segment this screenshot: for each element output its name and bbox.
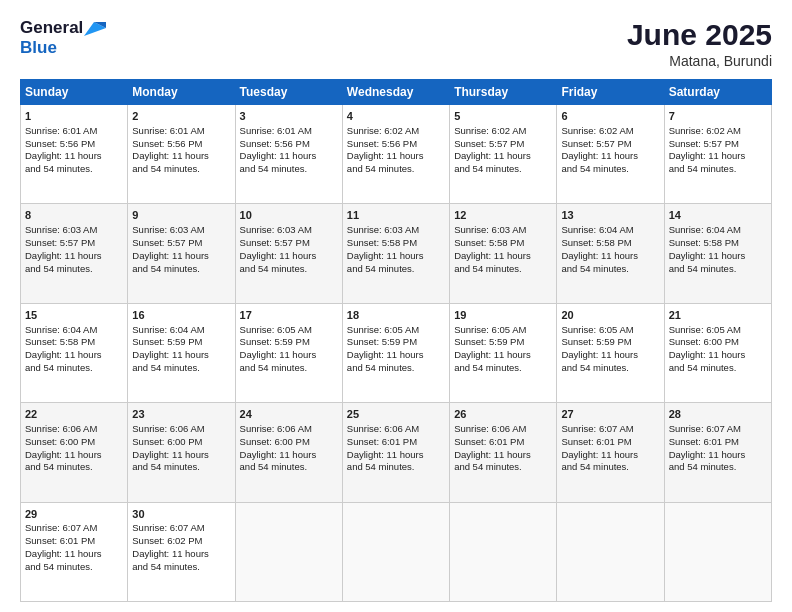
weekday-header-sunday: Sunday (21, 80, 128, 105)
calendar-cell: 29Sunrise: 6:07 AMSunset: 6:01 PMDayligh… (21, 502, 128, 601)
calendar-cell: 17Sunrise: 6:05 AMSunset: 5:59 PMDayligh… (235, 303, 342, 402)
day-number: 22 (25, 407, 123, 422)
day-number: 6 (561, 109, 659, 124)
location-subtitle: Matana, Burundi (627, 53, 772, 69)
calendar-cell: 9Sunrise: 6:03 AMSunset: 5:57 PMDaylight… (128, 204, 235, 303)
weekday-header-wednesday: Wednesday (342, 80, 449, 105)
calendar-cell (342, 502, 449, 601)
day-number: 12 (454, 208, 552, 223)
day-number: 21 (669, 308, 767, 323)
logo: General Blue (20, 18, 106, 58)
calendar-cell: 14Sunrise: 6:04 AMSunset: 5:58 PMDayligh… (664, 204, 771, 303)
calendar-cell: 7Sunrise: 6:02 AMSunset: 5:57 PMDaylight… (664, 105, 771, 204)
calendar-body: 1Sunrise: 6:01 AMSunset: 5:56 PMDaylight… (21, 105, 772, 602)
calendar-cell: 27Sunrise: 6:07 AMSunset: 6:01 PMDayligh… (557, 403, 664, 502)
calendar-cell: 5Sunrise: 6:02 AMSunset: 5:57 PMDaylight… (450, 105, 557, 204)
day-number: 14 (669, 208, 767, 223)
day-number: 8 (25, 208, 123, 223)
calendar-cell: 30Sunrise: 6:07 AMSunset: 6:02 PMDayligh… (128, 502, 235, 601)
day-number: 19 (454, 308, 552, 323)
day-number: 29 (25, 507, 123, 522)
weekday-header-tuesday: Tuesday (235, 80, 342, 105)
calendar-cell: 22Sunrise: 6:06 AMSunset: 6:00 PMDayligh… (21, 403, 128, 502)
calendar-cell: 13Sunrise: 6:04 AMSunset: 5:58 PMDayligh… (557, 204, 664, 303)
day-number: 3 (240, 109, 338, 124)
day-number: 20 (561, 308, 659, 323)
calendar-cell: 3Sunrise: 6:01 AMSunset: 5:56 PMDaylight… (235, 105, 342, 204)
calendar-cell (235, 502, 342, 601)
calendar-cell (664, 502, 771, 601)
day-number: 7 (669, 109, 767, 124)
day-number: 11 (347, 208, 445, 223)
day-number: 15 (25, 308, 123, 323)
day-number: 30 (132, 507, 230, 522)
day-number: 28 (669, 407, 767, 422)
calendar-cell: 24Sunrise: 6:06 AMSunset: 6:00 PMDayligh… (235, 403, 342, 502)
logo-text-blue: Blue (20, 38, 57, 57)
day-number: 25 (347, 407, 445, 422)
calendar-cell: 18Sunrise: 6:05 AMSunset: 5:59 PMDayligh… (342, 303, 449, 402)
weekday-header-friday: Friday (557, 80, 664, 105)
calendar-cell: 1Sunrise: 6:01 AMSunset: 5:56 PMDaylight… (21, 105, 128, 204)
day-number: 27 (561, 407, 659, 422)
calendar-cell: 20Sunrise: 6:05 AMSunset: 5:59 PMDayligh… (557, 303, 664, 402)
page: General Blue June 2025 Matana, Burundi S… (0, 0, 792, 612)
day-number: 4 (347, 109, 445, 124)
calendar-table: SundayMondayTuesdayWednesdayThursdayFrid… (20, 79, 772, 602)
calendar-cell: 6Sunrise: 6:02 AMSunset: 5:57 PMDaylight… (557, 105, 664, 204)
calendar-cell: 15Sunrise: 6:04 AMSunset: 5:58 PMDayligh… (21, 303, 128, 402)
weekday-header-saturday: Saturday (664, 80, 771, 105)
day-number: 26 (454, 407, 552, 422)
logo-icon (84, 22, 106, 36)
calendar-cell: 10Sunrise: 6:03 AMSunset: 5:57 PMDayligh… (235, 204, 342, 303)
weekday-header-monday: Monday (128, 80, 235, 105)
calendar-row-5: 29Sunrise: 6:07 AMSunset: 6:01 PMDayligh… (21, 502, 772, 601)
calendar-cell: 8Sunrise: 6:03 AMSunset: 5:57 PMDaylight… (21, 204, 128, 303)
day-number: 10 (240, 208, 338, 223)
calendar-cell: 11Sunrise: 6:03 AMSunset: 5:58 PMDayligh… (342, 204, 449, 303)
calendar-cell: 4Sunrise: 6:02 AMSunset: 5:56 PMDaylight… (342, 105, 449, 204)
calendar-cell: 25Sunrise: 6:06 AMSunset: 6:01 PMDayligh… (342, 403, 449, 502)
calendar-cell: 28Sunrise: 6:07 AMSunset: 6:01 PMDayligh… (664, 403, 771, 502)
logo-text-general: General (20, 18, 83, 38)
title-block: June 2025 Matana, Burundi (627, 18, 772, 69)
calendar-row-4: 22Sunrise: 6:06 AMSunset: 6:00 PMDayligh… (21, 403, 772, 502)
calendar-row-3: 15Sunrise: 6:04 AMSunset: 5:58 PMDayligh… (21, 303, 772, 402)
calendar-row-1: 1Sunrise: 6:01 AMSunset: 5:56 PMDaylight… (21, 105, 772, 204)
calendar-cell: 16Sunrise: 6:04 AMSunset: 5:59 PMDayligh… (128, 303, 235, 402)
day-number: 17 (240, 308, 338, 323)
day-number: 9 (132, 208, 230, 223)
weekday-header-row: SundayMondayTuesdayWednesdayThursdayFrid… (21, 80, 772, 105)
calendar-cell: 19Sunrise: 6:05 AMSunset: 5:59 PMDayligh… (450, 303, 557, 402)
day-number: 1 (25, 109, 123, 124)
calendar-cell: 23Sunrise: 6:06 AMSunset: 6:00 PMDayligh… (128, 403, 235, 502)
calendar-cell (557, 502, 664, 601)
calendar-cell: 2Sunrise: 6:01 AMSunset: 5:56 PMDaylight… (128, 105, 235, 204)
day-number: 5 (454, 109, 552, 124)
day-number: 2 (132, 109, 230, 124)
calendar-cell (450, 502, 557, 601)
day-number: 13 (561, 208, 659, 223)
day-number: 24 (240, 407, 338, 422)
header: General Blue June 2025 Matana, Burundi (20, 18, 772, 69)
calendar-row-2: 8Sunrise: 6:03 AMSunset: 5:57 PMDaylight… (21, 204, 772, 303)
calendar-cell: 12Sunrise: 6:03 AMSunset: 5:58 PMDayligh… (450, 204, 557, 303)
calendar-cell: 21Sunrise: 6:05 AMSunset: 6:00 PMDayligh… (664, 303, 771, 402)
day-number: 16 (132, 308, 230, 323)
calendar-cell: 26Sunrise: 6:06 AMSunset: 6:01 PMDayligh… (450, 403, 557, 502)
weekday-header-thursday: Thursday (450, 80, 557, 105)
day-number: 18 (347, 308, 445, 323)
day-number: 23 (132, 407, 230, 422)
month-title: June 2025 (627, 18, 772, 51)
